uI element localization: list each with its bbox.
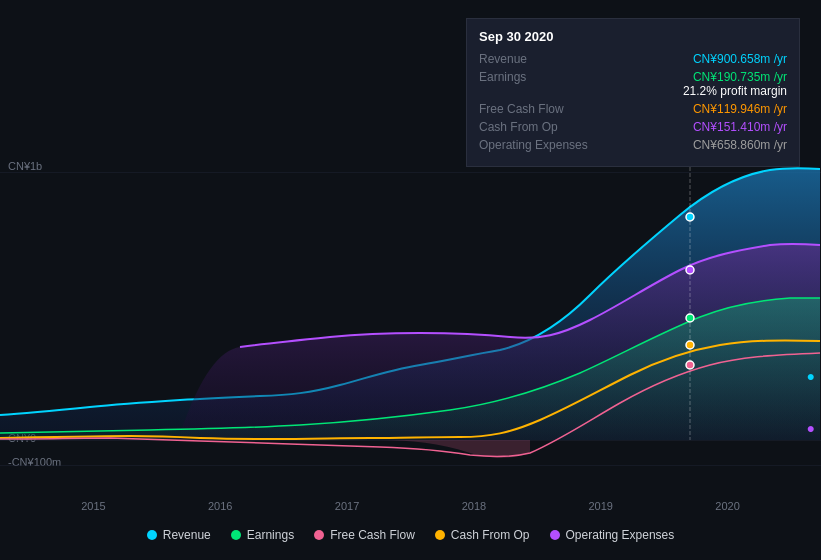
legend-item-earnings: Earnings bbox=[231, 528, 294, 542]
x-label-2015: 2015 bbox=[81, 500, 105, 512]
legend-item-cashop: Cash From Op bbox=[435, 528, 530, 542]
tooltip-row-earnings: Earnings CN¥190.735m /yr 21.2% profit ma… bbox=[479, 70, 787, 98]
legend-label-cashop: Cash From Op bbox=[451, 528, 530, 542]
tooltip-value-earnings: CN¥190.735m /yr bbox=[683, 70, 787, 84]
svg-point-3 bbox=[686, 314, 694, 322]
legend-dot-opex bbox=[550, 530, 560, 540]
legend-item-opex: Operating Expenses bbox=[550, 528, 675, 542]
profit-margin-text: 21.2% profit margin bbox=[683, 84, 787, 98]
svg-point-2 bbox=[686, 266, 694, 274]
legend-label-revenue: Revenue bbox=[163, 528, 211, 542]
tooltip-label-opex: Operating Expenses bbox=[479, 138, 609, 152]
tooltip-value-cashop: CN¥151.410m /yr bbox=[693, 120, 787, 134]
chart-legend: Revenue Earnings Free Cash Flow Cash Fro… bbox=[0, 528, 821, 542]
tooltip-row-fcf: Free Cash Flow CN¥119.946m /yr bbox=[479, 102, 787, 116]
right-label-revenue: ● bbox=[807, 368, 815, 384]
legend-dot-earnings bbox=[231, 530, 241, 540]
svg-point-1 bbox=[686, 213, 694, 221]
tooltip-label-earnings: Earnings bbox=[479, 70, 609, 84]
x-label-2016: 2016 bbox=[208, 500, 232, 512]
chart-svg bbox=[0, 155, 821, 470]
tooltip-label-cashop: Cash From Op bbox=[479, 120, 609, 134]
chart-container: Sep 30 2020 Revenue CN¥900.658m /yr Earn… bbox=[0, 0, 821, 560]
x-label-2018: 2018 bbox=[462, 500, 486, 512]
svg-point-5 bbox=[686, 361, 694, 369]
tooltip-label-revenue: Revenue bbox=[479, 52, 609, 66]
legend-item-fcf: Free Cash Flow bbox=[314, 528, 415, 542]
svg-point-4 bbox=[686, 341, 694, 349]
legend-label-earnings: Earnings bbox=[247, 528, 294, 542]
tooltip-row-revenue: Revenue CN¥900.658m /yr bbox=[479, 52, 787, 66]
legend-label-fcf: Free Cash Flow bbox=[330, 528, 415, 542]
right-label-opex: ● bbox=[807, 420, 815, 436]
legend-dot-fcf bbox=[314, 530, 324, 540]
legend-item-revenue: Revenue bbox=[147, 528, 211, 542]
tooltip-value-fcf: CN¥119.946m /yr bbox=[693, 102, 787, 116]
tooltip-date: Sep 30 2020 bbox=[479, 29, 787, 44]
tooltip-label-fcf: Free Cash Flow bbox=[479, 102, 609, 116]
legend-dot-cashop bbox=[435, 530, 445, 540]
tooltip-row-cashop: Cash From Op CN¥151.410m /yr bbox=[479, 120, 787, 134]
x-label-2017: 2017 bbox=[335, 500, 359, 512]
x-label-2020: 2020 bbox=[715, 500, 739, 512]
tooltip-value-opex: CN¥658.860m /yr bbox=[693, 138, 787, 152]
x-axis: 2015 2016 2017 2018 2019 2020 bbox=[0, 500, 821, 512]
tooltip-box: Sep 30 2020 Revenue CN¥900.658m /yr Earn… bbox=[466, 18, 800, 167]
legend-label-opex: Operating Expenses bbox=[566, 528, 675, 542]
tooltip-row-opex: Operating Expenses CN¥658.860m /yr bbox=[479, 138, 787, 152]
legend-dot-revenue bbox=[147, 530, 157, 540]
x-label-2019: 2019 bbox=[588, 500, 612, 512]
tooltip-value-revenue: CN¥900.658m /yr bbox=[693, 52, 787, 66]
